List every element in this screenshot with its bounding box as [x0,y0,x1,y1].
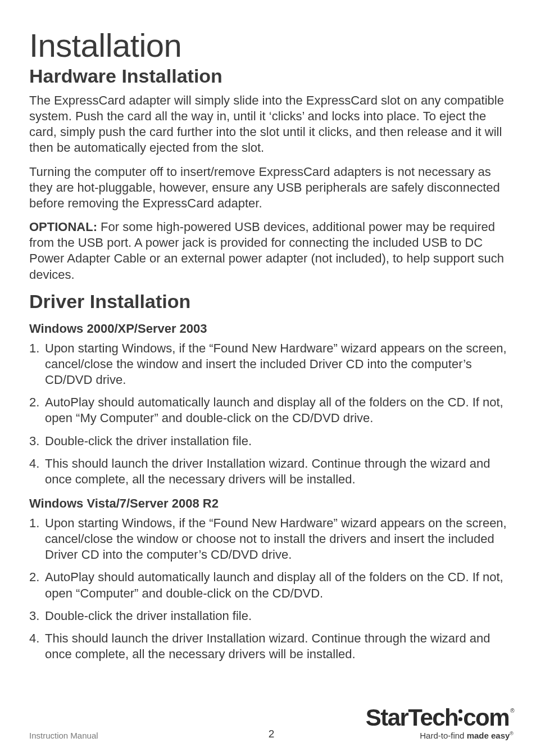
hardware-optional: OPTIONAL: For some high-powered USB devi… [29,219,507,283]
startech-logo: StarTech com ® [366,706,514,730]
hardware-p1: The ExpressCard adapter will simply slid… [29,93,507,156]
win2000-steps: Upon starting Windows, if the “Found New… [29,341,507,487]
optional-label: OPTIONAL: [29,220,97,234]
logo-tagline: Hard-to-find made easy® [420,731,514,740]
list-item: Double-click the driver installation fil… [29,433,507,449]
vista-title: Windows Vista/7/Server 2008 R2 [29,496,507,511]
win2000-title: Windows 2000/XP/Server 2003 [29,322,507,336]
driver-title: Driver Installation [29,291,507,313]
footer-logo-block: StarTech com ® Hard-to-find made easy® [366,706,514,740]
list-item: This should launch the driver Installati… [29,456,507,487]
optional-text: For some high-powered USB devices, addit… [29,220,504,281]
page-footer: Instruction Manual 2 StarTech com ® Hard… [29,706,514,740]
registered-icon: ® [509,706,514,714]
list-item: Upon starting Windows, if the “Found New… [29,341,507,388]
list-item: Double-click the driver installation fil… [29,608,507,624]
logo-text-b: com [463,706,509,730]
hardware-title: Hardware Installation [29,65,507,87]
tagline-b: made easy [467,731,510,740]
list-item: Upon starting Windows, if the “Found New… [29,515,507,563]
list-item: AutoPlay should automatically launch and… [29,395,507,426]
tagline-a: Hard-to-find [420,731,466,740]
page-number: 2 [269,728,275,740]
list-item: AutoPlay should automatically launch and… [29,569,507,601]
footer-left: Instruction Manual [29,731,98,740]
list-item: This should launch the driver Installati… [29,631,507,662]
page-title: Installation [29,29,507,62]
registered-icon: ® [510,731,514,736]
hardware-p2: Turning the computer off to insert/remov… [29,164,507,211]
logo-text-a: StarTech [366,706,458,730]
vista-steps: Upon starting Windows, if the “Found New… [29,515,507,662]
logo-bullets-icon [458,706,462,725]
